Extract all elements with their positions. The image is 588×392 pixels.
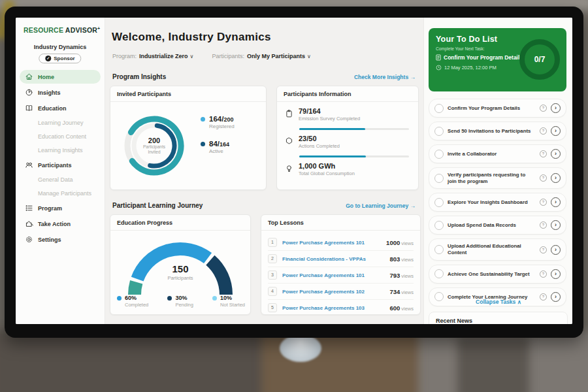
lesson-link[interactable]: Power Purchase Agreements 101 [282, 240, 381, 246]
sidebar-item-home[interactable]: Home [20, 70, 101, 84]
legend-completed: 60%Completed [117, 295, 148, 308]
info-icon[interactable]: ? [540, 127, 547, 135]
lesson-row: 1 Power Purchase Agreements 101 1000view… [268, 235, 414, 251]
participants-invited-value: 200 [148, 137, 160, 144]
info-icon[interactable]: ? [540, 174, 547, 182]
info-icon[interactable]: ? [540, 270, 547, 278]
info-icon[interactable]: ? [540, 199, 547, 206]
participants-icon [25, 161, 33, 169]
dashboard-screen: RESOURCE ADVISOR+ Industry Dynamics ✓ Sp… [16, 18, 572, 324]
lesson-rank: 2 [268, 254, 277, 263]
task-checkbox[interactable] [434, 104, 444, 113]
todo-due-date: 12 May 2025, 12:00 PM [436, 65, 497, 71]
task-checkbox[interactable] [434, 127, 444, 136]
filter-bar: Program:Industrialize Zero∨ Participants… [112, 53, 311, 59]
section-title: Program Insights [112, 73, 166, 80]
task-checkbox[interactable] [434, 174, 444, 183]
recent-news-title: Recent News [429, 312, 567, 324]
actions-icon [285, 135, 293, 145]
sidebar-item-insights[interactable]: Insights [20, 86, 101, 99]
sidebar-item-general-data[interactable]: General Data [20, 174, 101, 186]
sidebar-item-learning-journey[interactable]: Learning Journey [20, 117, 101, 129]
todo-count: 0/7 [534, 55, 546, 64]
task-upload-spend-data[interactable]: Upload Spend Data Records ? › [429, 216, 566, 235]
sidebar-item-education[interactable]: Education [20, 101, 101, 115]
home-icon [25, 73, 33, 81]
lesson-row: 3 Power Purchase Agreements 101 793views [268, 267, 414, 284]
legend-not-started: 10%Not Started [212, 295, 245, 308]
chevron-right-icon[interactable]: › [551, 173, 561, 183]
lesson-row: 5 Power Purchase Agreements 103 600views [268, 300, 414, 316]
card-title: Education Progress [110, 215, 250, 231]
lesson-link[interactable]: Power Purchase Agreements 102 [282, 289, 384, 295]
sidebar-item-participants[interactable]: Participants [20, 158, 101, 172]
check-more-insights-link[interactable]: Check More Insights → [354, 74, 416, 80]
emission-progress-bar [299, 128, 409, 130]
participants-filter[interactable]: Participants:Only My Participants∨ [212, 53, 310, 59]
learning-cards-row: Education Progress 150 Participants [110, 214, 421, 315]
go-to-learning-journey-link[interactable]: Go to Learning Journey → [346, 203, 416, 209]
lesson-link[interactable]: Power Purchase Agreements 101 [282, 272, 384, 278]
chevron-right-icon[interactable]: › [551, 149, 561, 159]
task-checkbox[interactable] [434, 150, 444, 159]
task-checkbox[interactable] [434, 245, 444, 254]
sidebar-menu: Home Insights Education Learning Journey… [20, 70, 101, 246]
task-achieve-sustainability-target[interactable]: Achieve One Sustainability Target ? › [429, 265, 566, 284]
sidebar-item-program[interactable]: Program [20, 201, 101, 215]
clock-icon [436, 65, 442, 71]
task-explore-insights[interactable]: Explore Your Insights Dashboard ? › [429, 193, 566, 212]
task-checkbox[interactable] [434, 198, 444, 207]
section-title: Participant Learning Journey [112, 202, 203, 209]
task-invite-collaborator[interactable]: Invite a Collaborator ? › [429, 144, 566, 163]
chevron-right-icon[interactable]: › [551, 103, 561, 113]
collapse-tasks-link[interactable]: Collapse Tasks ∧ [424, 299, 572, 305]
task-send-invitations[interactable]: Send 50 Invitations to Participants ? › [429, 122, 566, 140]
arrow-right-icon: → [410, 74, 416, 80]
program-filter[interactable]: Program:Industrialize Zero∨ [112, 53, 193, 59]
lesson-rank: 4 [268, 287, 277, 296]
task-checkbox[interactable] [434, 221, 444, 230]
chevron-down-icon: ∨ [307, 54, 311, 59]
lesson-rank: 5 [268, 303, 277, 312]
todo-subtitle: Complete Your Next Task: [436, 46, 485, 51]
sidebar-item-settings[interactable]: Settings [20, 233, 101, 246]
info-icon[interactable]: ? [540, 150, 547, 157]
todo-next-task: Confirm Your Program Details [436, 54, 523, 61]
info-icon[interactable]: ? [540, 105, 547, 112]
actions-progress-bar [299, 155, 409, 157]
card-title: Participants Information [277, 86, 418, 102]
chevron-right-icon[interactable]: › [551, 126, 561, 136]
chevron-right-icon[interactable]: › [551, 269, 561, 279]
education-gauge-chart: 150 Participants [118, 235, 242, 300]
stat-actions-completed: 23/50 Actions Completed [285, 135, 410, 149]
bulb-icon [285, 162, 293, 173]
chevron-right-icon[interactable]: › [551, 245, 561, 255]
todo-column: Your To Do List Complete Your Next Task:… [423, 18, 572, 324]
task-upload-educational-content[interactable]: Upload Additional Educational Content ? … [429, 238, 566, 260]
sidebar-item-education-content[interactable]: Education Content [20, 131, 101, 142]
chevron-right-icon[interactable]: › [551, 220, 561, 230]
invited-donut-chart: 200 Participants Invited [118, 110, 190, 182]
lesson-row: 4 Power Purchase Agreements 102 734views [268, 284, 414, 300]
task-checkbox[interactable] [434, 269, 444, 278]
info-icon[interactable]: ? [540, 246, 547, 253]
recent-news-card: Recent News [429, 312, 568, 324]
sponsor-badge-label: Sponsor [54, 56, 74, 61]
sidebar-item-learning-insights[interactable]: Learning Insights [20, 144, 101, 156]
task-verify-participants[interactable]: Verify participants requesting to join t… [429, 167, 566, 189]
education-icon [25, 104, 33, 112]
arrow-right-icon: → [410, 203, 416, 209]
sidebar-item-manage-participants[interactable]: Manage Participants [20, 188, 101, 199]
lesson-link[interactable]: Financial Considerations - VPPAs [282, 256, 384, 262]
settings-gear-icon [25, 235, 33, 244]
take-action-icon [25, 220, 33, 228]
sidebar-item-take-action[interactable]: Take Action [20, 217, 101, 231]
chevron-right-icon[interactable]: › [551, 197, 561, 207]
lesson-link[interactable]: Power Purchase Agreements 103 [282, 305, 384, 311]
task-confirm-program-details[interactable]: Confirm Your Program Details ? › [429, 99, 566, 118]
stat-total-consumption: 1,000 GWh Total Global Consumption [285, 162, 410, 176]
completed-dot-icon [117, 296, 122, 301]
info-icon[interactable]: ? [540, 221, 547, 229]
brand-logo[interactable]: RESOURCE ADVISOR+ [24, 25, 100, 34]
background-shadow-band [457, 336, 529, 392]
